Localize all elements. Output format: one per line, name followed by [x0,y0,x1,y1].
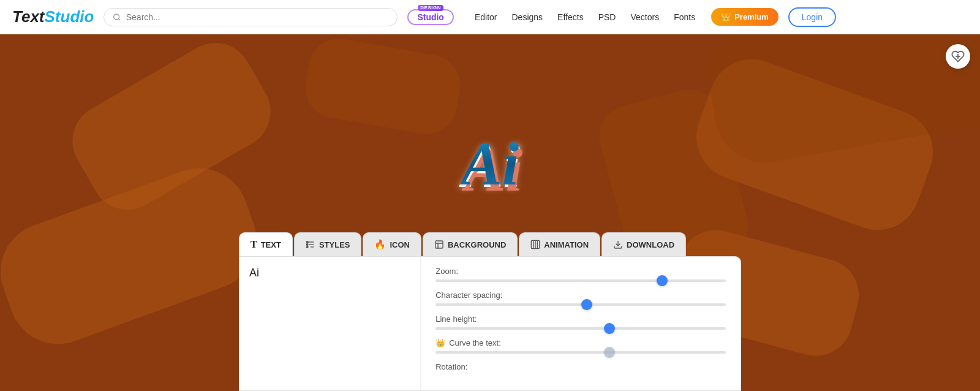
header: TextStudio DESIGN Studio Editor Designs … [0,0,980,34]
tab-animation[interactable]: ANIMATION [519,232,600,256]
curve-slider-track[interactable] [435,351,726,354]
nav-links: Editor Designs Effects PSD Vectors Fonts [469,9,701,26]
svg-point-0 [114,13,119,19]
zoom-slider-track[interactable] [435,279,726,282]
nav-editor[interactable]: Editor [469,9,503,26]
nav-psd[interactable]: PSD [592,9,622,26]
tab-background[interactable]: BACKGROUND [423,232,518,256]
zoom-control: Zoom: [435,267,726,282]
character-spacing-label: Character spacing: [435,290,726,300]
logo[interactable]: TextStudio [12,7,94,26]
nav-vectors[interactable]: Vectors [624,9,665,26]
line-height-control: Line height: [435,314,726,330]
logo-text: Text [12,7,45,26]
line-height-slider-thumb[interactable] [604,323,615,334]
crown-icon: 👑 [435,338,445,347]
design-tag: DESIGN [418,5,443,11]
design-studio-button[interactable]: DESIGN Studio [407,9,454,25]
canvas-area: Ai Ai Ai T TEXT STYLES 🔥 ICON [0,34,980,391]
curve-text-label: 👑 Curve the text: [435,338,726,347]
tab-animation-label: ANIMATION [544,240,589,249]
svg-point-8 [306,244,308,246]
character-spacing-slider-track[interactable] [435,303,726,306]
tab-background-label: BACKGROUND [448,240,506,249]
zoom-slider-thumb[interactable] [657,275,668,286]
controls-panel: Zoom: Character spacing: Line height: [421,257,741,390]
nav-fonts[interactable]: Fonts [668,9,701,26]
tab-download-label: DOWNLOAD [627,240,674,249]
text-editor[interactable]: Ai [239,257,421,390]
styles-icon [306,240,315,249]
logo-studio: Studio [45,7,94,26]
premium-label: Premium [734,12,769,21]
rotation-label: Rotation: [435,362,726,371]
curve-slider-thumb[interactable] [604,347,615,358]
line-height-label: Line height: [435,314,726,324]
download-icon [613,240,623,249]
nav-designs[interactable]: Designs [506,9,549,26]
premium-button[interactable]: 👑 Premium [711,8,778,26]
login-button[interactable]: Login [788,7,836,27]
tab-icon-label: ICON [390,240,410,249]
tab-download[interactable]: DOWNLOAD [601,232,686,256]
character-spacing-slider-thumb[interactable] [581,299,592,310]
curve-label-text: Curve the text: [449,338,501,347]
tabs-row: T TEXT STYLES 🔥 ICON BACKGROUND ANIMATIO… [239,232,741,256]
text-editor-value: Ai [249,267,259,279]
crown-icon: 👑 [721,12,731,21]
animation-icon [530,240,540,249]
tab-text[interactable]: T TEXT [239,232,293,256]
tab-text-label: TEXT [261,240,281,249]
nav-effects[interactable]: Effects [551,9,590,26]
svg-point-9 [306,246,308,248]
search-bar [104,8,398,26]
character-spacing-control: Character spacing: [435,290,726,306]
bottom-panel: T TEXT STYLES 🔥 ICON BACKGROUND ANIMATIO… [239,232,741,391]
search-icon [113,13,121,21]
center-logo: Ai Ai Ai [429,115,551,213]
search-input[interactable] [126,12,389,22]
favorite-button[interactable] [946,44,970,69]
heart-plus-icon [951,50,965,63]
studio-label: Studio [417,13,444,21]
background-icon [434,240,444,249]
icon-tab-icon: 🔥 [374,239,386,250]
panel-content: Ai Zoom: Character spacing: [239,256,741,391]
line-height-slider-track[interactable] [435,327,726,330]
zoom-label: Zoom: [435,267,726,276]
text-tab-icon: T [251,239,257,250]
rotation-control: Rotation: [435,362,726,371]
curve-text-control: 👑 Curve the text: [435,338,726,354]
tab-styles-label: STYLES [319,240,350,249]
ai-logo-main: Ai [461,130,519,198]
svg-rect-10 [435,241,443,248]
tab-styles[interactable]: STYLES [294,232,362,256]
svg-point-7 [306,241,308,243]
svg-line-1 [119,18,120,20]
tab-icon[interactable]: 🔥 ICON [363,232,421,256]
